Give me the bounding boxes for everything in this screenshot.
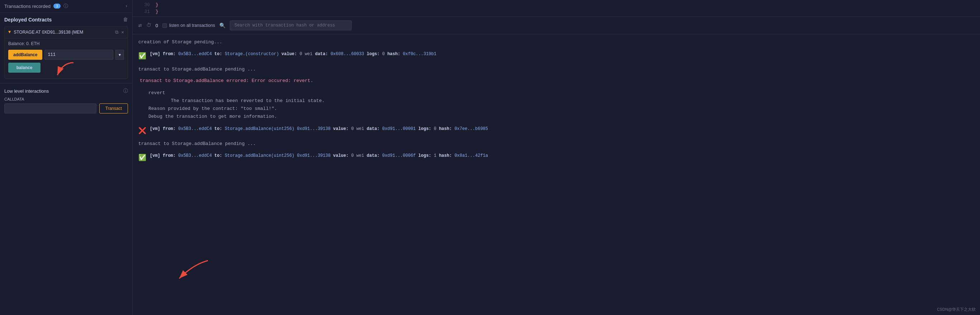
error-icon-1: ❌ <box>138 126 146 136</box>
contract-body: Balance: 0. ETH addBalance ▾ balance <box>5 38 127 78</box>
deployed-contracts-section: Deployed Contracts 🗑 ▼ STORAGE AT 0XD91.… <box>0 13 132 83</box>
log-entry-1: creation of Storage pending... <box>138 39 974 46</box>
log-entry-8: ✅ [vm] from: 0x5B3...eddC4 to: Storage.a… <box>138 152 974 163</box>
transact-button[interactable]: Transact <box>99 103 128 114</box>
log-text-addbalance-pending-1: transact to Storage.addBalance pending .… <box>138 66 256 72</box>
search-icon: 🔍 <box>220 22 226 28</box>
copy-icon[interactable]: ⧉ <box>115 30 118 35</box>
deployed-contracts-title: Deployed Contracts <box>4 17 52 22</box>
transactions-badge: 3 <box>53 3 60 9</box>
listen-checkbox-label[interactable]: listen on all transactions <box>162 23 215 28</box>
search-input[interactable] <box>230 21 352 30</box>
line-content-30: } <box>156 2 158 8</box>
contract-header: ▼ STORAGE AT 0XD91...39138 (MEM ⧉ ✕ <box>5 27 127 38</box>
line-num-31: 31 <box>138 9 150 14</box>
listen-checkbox[interactable] <box>162 23 167 28</box>
line-num-30: 30 <box>138 2 150 8</box>
low-level-info-icon[interactable]: ⓘ <box>123 88 128 94</box>
log-entry-3: transact to Storage.addBalance pending .… <box>138 66 974 73</box>
calldata-label: CALLDATA <box>4 97 128 101</box>
log-entry-7: transact to Storage.addBalance pending .… <box>138 140 974 148</box>
close-icon[interactable]: ✕ <box>121 29 124 35</box>
balance-row: Balance: 0. ETH <box>8 41 124 46</box>
deployed-contracts-header: Deployed Contracts 🗑 <box>4 17 128 22</box>
log-entry-5: revert The transaction has been reverted… <box>138 89 974 120</box>
add-balance-button[interactable]: addBalance <box>8 50 42 60</box>
log-tx-row-6: ❌ [vm] from: 0x5B3...eddC4 to: Storage.a… <box>138 125 974 136</box>
success-icon-1: ✅ <box>138 51 146 62</box>
info-icon[interactable]: ⓘ <box>64 3 68 9</box>
code-line-30: 30 } <box>133 2 980 8</box>
contract-name: STORAGE AT 0XD91...39138 (MEM <box>14 30 112 35</box>
contract-chevron-icon[interactable]: ▼ <box>8 30 11 35</box>
contract-item: ▼ STORAGE AT 0XD91...39138 (MEM ⧉ ✕ Bala… <box>4 26 128 79</box>
balance-button[interactable]: balance <box>8 63 40 73</box>
transactions-header-title: Transactions recorded <box>4 3 51 9</box>
log-entry-4: transact to Storage.addBalance errored: … <box>138 77 974 85</box>
log-text-addbalance-pending-2: transact to Storage.addBalance pending .… <box>138 141 256 146</box>
log-tx-row-2: ✅ [vm] from: 0x5B3...eddC4 to: Storage.(… <box>138 51 974 62</box>
log-tx-row-8: ✅ [vm] from: 0x5B3...eddC4 to: Storage.a… <box>138 152 974 163</box>
right-panel: 30 } 31 } ⇄ ⏱ 0 listen on all transactio… <box>133 0 980 315</box>
tx-arrows[interactable]: ⇄ <box>138 22 142 29</box>
low-level-title: Low level interactions <box>4 89 49 94</box>
log-area: creation of Storage pending... ✅ [vm] fr… <box>133 34 980 315</box>
clock-icon: ⏱ <box>146 22 151 28</box>
revert-line-2: The transaction has been reverted to the… <box>148 97 974 105</box>
balance-row-func: balance <box>8 63 124 73</box>
calldata-input[interactable] <box>4 103 96 114</box>
add-balance-input[interactable] <box>45 50 113 60</box>
success-icon-2: ✅ <box>138 153 146 163</box>
code-area: 30 } 31 } <box>133 0 980 17</box>
revert-block: revert The transaction has been reverted… <box>148 89 974 120</box>
code-line-31: 31 } <box>133 8 980 15</box>
revert-line-1: revert <box>148 89 974 97</box>
low-level-header: Low level interactions ⓘ <box>4 88 128 94</box>
add-balance-row: addBalance ▾ <box>8 50 124 60</box>
log-tx-details-8: [vm] from: 0x5B3...eddC4 to: Storage.add… <box>150 152 488 159</box>
log-tx-details-1: [vm] from: 0x5B3...eddC4 to: Storage.(co… <box>150 51 436 58</box>
transactions-header: Transactions recorded 3 ⓘ › <box>0 0 132 13</box>
trash-icon[interactable]: 🗑 <box>123 17 128 22</box>
log-text-creation-pending: creation of Storage pending... <box>138 40 222 45</box>
log-tx-details-6: [vm] from: 0x5B3...eddC4 to: Storage.add… <box>150 125 488 133</box>
arrow-left-icon[interactable]: ⇄ <box>138 22 142 29</box>
log-entry-6: ❌ [vm] from: 0x5B3...eddC4 to: Storage.a… <box>138 125 974 136</box>
add-balance-dropdown[interactable]: ▾ <box>115 50 124 60</box>
log-entry-2: ✅ [vm] from: 0x5B3...eddC4 to: Storage.(… <box>138 51 974 62</box>
chevron-right-icon[interactable]: › <box>125 3 128 9</box>
watermark: CSDN@华天下之大软 <box>937 307 976 312</box>
revert-line-3: Reason provided by the contract: "too sm… <box>148 105 974 113</box>
tx-count: 0 <box>156 23 158 28</box>
low-level-section: Low level interactions ⓘ CALLDATA Transa… <box>0 83 132 118</box>
tx-toolbar: ⇄ ⏱ 0 listen on all transactions 🔍 <box>133 17 980 34</box>
revert-line-4: Debug the transaction to get more inform… <box>148 113 974 120</box>
log-text-addbalance-errored: transact to Storage.addBalance errored: … <box>140 78 313 83</box>
line-content-31: } <box>156 9 158 14</box>
left-panel: Transactions recorded 3 ⓘ › Deployed Con… <box>0 0 133 315</box>
transact-row: Transact <box>4 103 128 114</box>
listen-label: listen on all transactions <box>169 23 215 28</box>
